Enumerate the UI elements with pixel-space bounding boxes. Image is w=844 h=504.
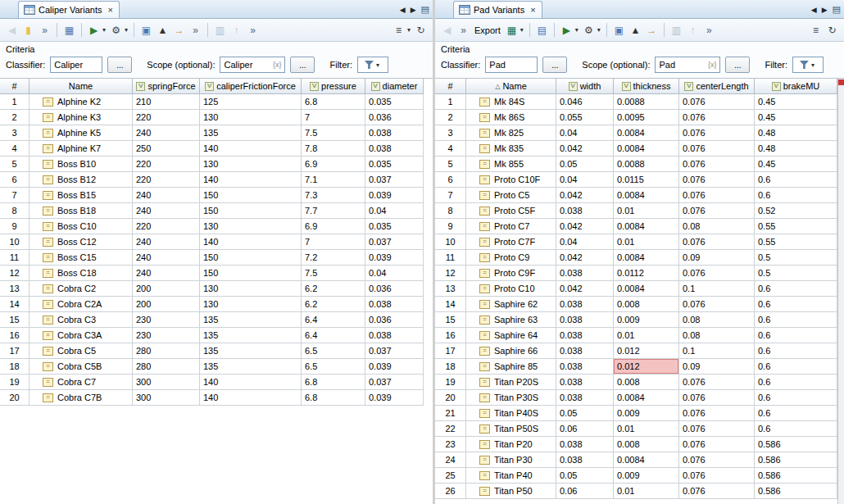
name-cell[interactable]: =Saphire 85 xyxy=(466,359,556,375)
validation-icon[interactable]: ▣ xyxy=(138,22,154,39)
row-number-cell[interactable]: 8 xyxy=(0,203,29,219)
tab-scroll-right-icon[interactable]: ▶ xyxy=(822,6,828,14)
value-cell[interactable]: 0.08 xyxy=(679,219,755,234)
table-row[interactable]: 2=Alphine K322013070.036 xyxy=(0,110,433,125)
table-row[interactable]: 6=Boss B122201407.10.037 xyxy=(0,172,433,188)
value-cell[interactable]: 7 xyxy=(302,110,365,125)
value-cell[interactable]: 7.2 xyxy=(302,250,365,266)
name-cell[interactable]: =Cobra C5B xyxy=(29,359,133,375)
value-cell[interactable]: 0.038 xyxy=(556,312,614,328)
value-cell[interactable]: 0.076 xyxy=(679,234,755,250)
run-icon-caret-icon[interactable]: ▾ xyxy=(575,26,579,34)
tab-scroll-left-icon[interactable]: ◀ xyxy=(400,6,406,14)
row-number-cell[interactable]: 12 xyxy=(0,266,29,281)
row-number-cell[interactable]: 9 xyxy=(0,219,29,234)
value-cell[interactable]: 0.039 xyxy=(365,359,424,375)
scope-browse-button[interactable]: ... xyxy=(290,57,315,73)
value-cell[interactable]: 0.0084 xyxy=(614,250,679,266)
value-cell[interactable]: 0.076 xyxy=(679,484,755,499)
value-cell[interactable]: 0.076 xyxy=(679,266,755,281)
value-cell[interactable]: 0.037 xyxy=(365,234,424,250)
gear-icon[interactable]: ⚙ xyxy=(581,22,597,39)
table-row[interactable]: 4=Alphine K72501407.80.038 xyxy=(0,141,433,157)
name-cell[interactable]: =Titan P20S xyxy=(466,375,556,390)
value-cell[interactable]: 0.6 xyxy=(755,343,837,359)
table-row[interactable]: 11=Boss C152401507.20.039 xyxy=(0,250,433,266)
value-cell[interactable]: 150 xyxy=(200,266,302,281)
value-cell[interactable]: 240 xyxy=(133,250,200,266)
value-cell[interactable]: 0.076 xyxy=(679,390,755,406)
value-cell[interactable]: 0.012 xyxy=(614,343,679,359)
value-cell[interactable]: 0.076 xyxy=(679,297,755,312)
row-number-cell[interactable]: 10 xyxy=(0,234,29,250)
value-cell[interactable]: 0.0084 xyxy=(614,452,679,468)
value-cell[interactable]: 6.9 xyxy=(302,219,365,234)
table-row[interactable]: 19=Titan P20S0.0380.0080.0760.6 xyxy=(435,375,837,390)
toolbar-overflow-icon-2[interactable]: » xyxy=(701,22,717,39)
value-cell[interactable]: 0.038 xyxy=(365,297,424,312)
value-cell[interactable]: 240 xyxy=(133,125,200,141)
value-cell[interactable]: 0.035 xyxy=(365,94,424,110)
value-cell[interactable]: 0.038 xyxy=(365,125,424,141)
run-icon-caret-icon[interactable]: ▾ xyxy=(102,26,106,34)
value-cell[interactable]: 150 xyxy=(200,203,302,219)
collapse-icon[interactable]: ▲ xyxy=(628,22,643,39)
value-cell[interactable]: 0.04 xyxy=(556,172,614,188)
value-cell[interactable]: 220 xyxy=(133,172,200,188)
error-mark[interactable] xyxy=(838,79,844,85)
name-cell[interactable]: =Cobra C3 xyxy=(29,312,133,328)
row-number-cell[interactable]: 14 xyxy=(435,297,466,312)
value-cell[interactable]: 240 xyxy=(133,234,200,250)
value-cell[interactable]: 0.6 xyxy=(755,328,837,343)
value-cell[interactable]: 280 xyxy=(133,359,200,375)
value-cell[interactable]: 130 xyxy=(200,281,302,297)
name-cell[interactable]: =Cobra C7B xyxy=(29,390,133,406)
name-cell[interactable]: =Saphire 62 xyxy=(466,297,556,312)
name-cell[interactable]: =Proto C5F xyxy=(466,203,556,219)
table-row[interactable]: 12=Boss C182401507.50.04 xyxy=(0,266,433,281)
value-cell[interactable]: 0.036 xyxy=(365,110,424,125)
table-row[interactable]: 26=Titan P500.060.010.0760.586 xyxy=(435,484,837,499)
value-cell[interactable]: 0.55 xyxy=(755,234,837,250)
row-number-cell[interactable]: 15 xyxy=(435,312,466,328)
name-cell[interactable]: =Alphine K2 xyxy=(29,94,133,110)
value-cell[interactable]: 7.7 xyxy=(302,203,365,219)
value-cell[interactable]: 135 xyxy=(200,328,302,343)
table-row[interactable]: 3=Mk 8250.040.00840.0760.48 xyxy=(435,125,837,141)
value-cell[interactable]: 0.6 xyxy=(755,421,837,437)
value-cell[interactable]: 0.6 xyxy=(755,390,837,406)
value-cell[interactable]: 0.5 xyxy=(755,250,837,266)
value-cell[interactable]: 0.036 xyxy=(365,312,424,328)
table-row[interactable]: 5=Boss B102201306.90.035 xyxy=(0,157,433,172)
row-number-cell[interactable]: 16 xyxy=(435,328,466,343)
value-cell[interactable]: 0.037 xyxy=(365,172,424,188)
name-cell[interactable]: =Boss B18 xyxy=(29,203,133,219)
tab-close-icon[interactable]: × xyxy=(530,5,535,15)
name-cell[interactable]: =Mk 84S xyxy=(466,94,556,110)
value-cell[interactable]: 240 xyxy=(133,266,200,281)
column-header-brakemu[interactable]: VbrakeMU xyxy=(755,79,837,94)
name-cell[interactable]: =Proto C7 xyxy=(466,219,556,234)
table-row[interactable]: 15=Saphire 630.0380.0090.080.6 xyxy=(435,312,837,328)
name-cell[interactable]: =Boss C15 xyxy=(29,250,133,266)
table-row[interactable]: 7=Boss B152401507.30.039 xyxy=(0,188,433,203)
value-cell[interactable]: 0.45 xyxy=(755,157,837,172)
refresh-icon[interactable]: ↻ xyxy=(413,22,429,39)
value-cell[interactable]: 0.038 xyxy=(556,266,614,281)
value-cell[interactable]: 135 xyxy=(200,359,302,375)
tab-scroll-left-icon[interactable]: ◀ xyxy=(811,6,817,14)
table-row[interactable]: 21=Titan P40S0.050.0090.0760.6 xyxy=(435,406,837,421)
value-cell[interactable]: 240 xyxy=(133,203,200,219)
value-cell[interactable]: 0.06 xyxy=(556,484,614,499)
value-cell[interactable]: 0.046 xyxy=(556,94,614,110)
value-cell[interactable]: 0.0084 xyxy=(614,125,679,141)
row-number-cell[interactable]: 11 xyxy=(0,250,29,266)
row-number-cell[interactable]: 13 xyxy=(0,281,29,297)
row-number-cell[interactable]: 9 xyxy=(435,219,466,234)
value-cell[interactable]: 130 xyxy=(200,297,302,312)
table-row[interactable]: 4=Mk 8350.0420.00840.0760.48 xyxy=(435,141,837,157)
name-cell[interactable]: =Titan P50 xyxy=(466,484,556,499)
value-cell[interactable]: 0.09 xyxy=(679,250,755,266)
table-row[interactable]: 8=Proto C5F0.0380.010.0760.52 xyxy=(435,203,837,219)
name-cell[interactable]: =Titan P30S xyxy=(466,390,556,406)
